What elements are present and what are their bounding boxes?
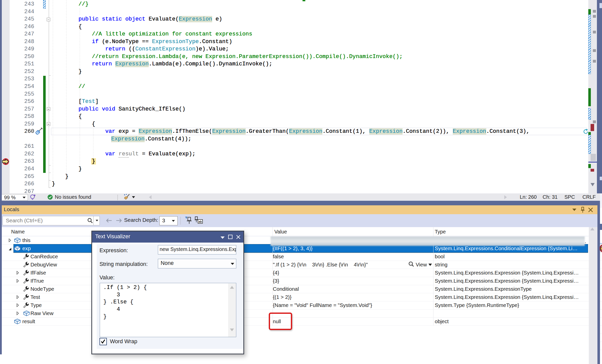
svg-text:ab: ab	[199, 220, 202, 223]
